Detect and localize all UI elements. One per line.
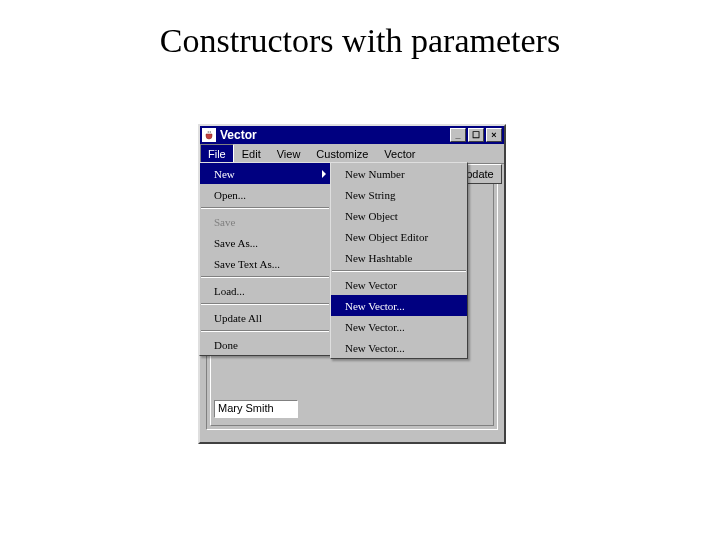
- file-menu-save-text-as[interactable]: Save Text As...: [200, 253, 330, 274]
- java-cup-icon[interactable]: [202, 128, 216, 142]
- menu-separator: [201, 207, 329, 209]
- menu-customize[interactable]: Customize: [308, 144, 376, 163]
- menu-edit[interactable]: Edit: [234, 144, 269, 163]
- new-vector-params-1[interactable]: New Vector...: [331, 295, 467, 316]
- window-controls: _ ☐ ×: [448, 128, 502, 142]
- menu-separator: [201, 303, 329, 305]
- file-menu-done[interactable]: Done: [200, 334, 330, 355]
- new-vector-params-3[interactable]: New Vector...: [331, 337, 467, 358]
- menubar: File Edit View Customize Vector: [200, 144, 504, 164]
- titlebar[interactable]: Vector _ ☐ ×: [200, 126, 504, 144]
- new-vector-params-2[interactable]: New Vector...: [331, 316, 467, 337]
- new-object[interactable]: New Object: [331, 205, 467, 226]
- file-menu-save-as[interactable]: Save As...: [200, 232, 330, 253]
- submenu-arrow-icon: [322, 170, 326, 178]
- new-hashtable[interactable]: New Hashtable: [331, 247, 467, 268]
- file-menu-open[interactable]: Open...: [200, 184, 330, 205]
- menu-view[interactable]: View: [269, 144, 309, 163]
- name-field[interactable]: Mary Smith: [214, 400, 298, 418]
- close-button[interactable]: ×: [486, 128, 502, 142]
- file-menu-load[interactable]: Load...: [200, 280, 330, 301]
- file-menu-update-all[interactable]: Update All: [200, 307, 330, 328]
- menu-vector[interactable]: Vector: [376, 144, 423, 163]
- new-number[interactable]: New Number: [331, 163, 467, 184]
- new-object-editor[interactable]: New Object Editor: [331, 226, 467, 247]
- minimize-button[interactable]: _: [450, 128, 466, 142]
- menu-separator: [201, 330, 329, 332]
- file-menu-new-label: New: [214, 168, 235, 180]
- file-menu-new[interactable]: New: [200, 163, 330, 184]
- slide-title: Constructors with parameters: [0, 22, 720, 60]
- window-title: Vector: [220, 128, 448, 142]
- file-menu-save[interactable]: Save: [200, 211, 330, 232]
- menu-file[interactable]: File: [200, 144, 234, 163]
- menu-separator: [332, 270, 466, 272]
- new-string[interactable]: New String: [331, 184, 467, 205]
- new-vector[interactable]: New Vector: [331, 274, 467, 295]
- maximize-button[interactable]: ☐: [468, 128, 484, 142]
- new-submenu: New Number New String New Object New Obj…: [330, 162, 468, 359]
- file-dropdown: New Open... Save Save As... Save Text As…: [199, 162, 331, 356]
- menu-separator: [201, 276, 329, 278]
